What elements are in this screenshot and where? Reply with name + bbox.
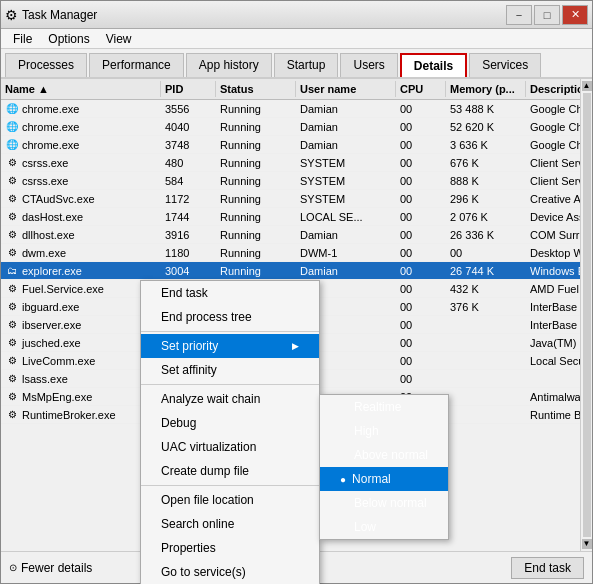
radio-icon xyxy=(340,403,348,411)
process-icon: ⚙ xyxy=(5,282,19,296)
col-name[interactable]: Name ▲ xyxy=(1,81,161,97)
tab-services[interactable]: Services xyxy=(469,53,541,77)
process-icon: 🌐 xyxy=(5,120,19,134)
ctx-go-to-services[interactable]: Go to service(s) xyxy=(141,560,319,584)
process-icon: ⚙ xyxy=(5,192,19,206)
process-icon: 🌐 xyxy=(5,102,19,116)
table-header: Name ▲ PID Status User name CPU Memory (… xyxy=(1,79,580,100)
tab-bar: Processes Performance App history Startu… xyxy=(1,49,592,79)
col-pid[interactable]: PID xyxy=(161,81,216,97)
process-icon: ⚙ xyxy=(5,156,19,170)
ctx-set-priority[interactable]: Set priority Realtime High Above normal … xyxy=(141,334,319,358)
col-desc[interactable]: Description xyxy=(526,81,580,97)
table-row[interactable]: ⚙dasHost.exe1744RunningLOCAL SE...002 07… xyxy=(1,208,580,226)
ctx-create-dump[interactable]: Create dump file xyxy=(141,459,319,483)
process-icon: 🌐 xyxy=(5,138,19,152)
ctx-debug[interactable]: Debug xyxy=(141,411,319,435)
sub-high[interactable]: High xyxy=(320,419,448,443)
col-status[interactable]: Status xyxy=(216,81,296,97)
minimize-button[interactable]: − xyxy=(506,5,532,25)
col-username[interactable]: User name xyxy=(296,81,396,97)
table-row[interactable]: ⚙CTAudSvc.exe1172RunningSYSTEM00296 KCre… xyxy=(1,190,580,208)
chevron-down-icon: ⊙ xyxy=(9,562,17,573)
process-icon: ⚙ xyxy=(5,408,19,422)
sub-below-normal[interactable]: Below normal xyxy=(320,491,448,515)
process-icon: ⚙ xyxy=(5,300,19,314)
ctx-open-location[interactable]: Open file location xyxy=(141,488,319,512)
tab-users[interactable]: Users xyxy=(340,53,397,77)
title-bar: ⚙ Task Manager − □ ✕ xyxy=(1,1,592,29)
table-row-selected[interactable]: 🗂explorer.exe3004RunningDamian0026 744 K… xyxy=(1,262,580,280)
table-row[interactable]: 🌐chrome.exe4040RunningDamian0052 620 KGo… xyxy=(1,118,580,136)
sub-above-normal[interactable]: Above normal xyxy=(320,443,448,467)
radio-icon xyxy=(340,427,348,435)
scroll-up[interactable]: ▲ xyxy=(582,81,592,91)
end-task-button[interactable]: End task xyxy=(511,557,584,579)
menu-bar: File Options View xyxy=(1,29,592,49)
process-icon: ⚙ xyxy=(5,210,19,224)
col-memory[interactable]: Memory (p... xyxy=(446,81,526,97)
context-menu-wrapper: End task End process tree Set priority R… xyxy=(140,280,320,584)
ctx-separator-3 xyxy=(141,485,319,486)
fewer-details-button[interactable]: ⊙ Fewer details xyxy=(9,561,92,575)
tab-details[interactable]: Details xyxy=(400,53,467,77)
menu-file[interactable]: File xyxy=(5,31,40,47)
ctx-uac[interactable]: UAC virtualization xyxy=(141,435,319,459)
process-icon: ⚙ xyxy=(5,372,19,386)
process-icon: 🗂 xyxy=(5,264,19,278)
process-icon: ⚙ xyxy=(5,228,19,242)
process-icon: ⚙ xyxy=(5,174,19,188)
app-icon: ⚙ xyxy=(5,7,18,23)
sub-realtime[interactable]: Realtime xyxy=(320,395,448,419)
ctx-analyze[interactable]: Analyze wait chain xyxy=(141,387,319,411)
ctx-set-affinity[interactable]: Set affinity xyxy=(141,358,319,382)
table-row[interactable]: ⚙dwm.exe1180RunningDWM-10000Desktop Wi..… xyxy=(1,244,580,262)
scroll-thumb[interactable] xyxy=(583,93,591,537)
ctx-separator-2 xyxy=(141,384,319,385)
menu-view[interactable]: View xyxy=(98,31,140,47)
ctx-properties[interactable]: Properties xyxy=(141,536,319,560)
window-title: Task Manager xyxy=(22,8,97,22)
process-icon: ⚙ xyxy=(5,318,19,332)
table-row[interactable]: 🌐chrome.exe3748RunningDamian003 636 KGoo… xyxy=(1,136,580,154)
table-row[interactable]: ⚙csrss.exe584RunningSYSTEM00888 KClient … xyxy=(1,172,580,190)
tab-performance[interactable]: Performance xyxy=(89,53,184,77)
context-menu: End task End process tree Set priority R… xyxy=(140,280,320,584)
sub-low[interactable]: Low xyxy=(320,515,448,539)
tab-processes[interactable]: Processes xyxy=(5,53,87,77)
radio-icon xyxy=(340,523,348,531)
ctx-search-online[interactable]: Search online xyxy=(141,512,319,536)
maximize-button[interactable]: □ xyxy=(534,5,560,25)
scroll-down[interactable]: ▼ xyxy=(582,539,592,549)
tab-startup[interactable]: Startup xyxy=(274,53,339,77)
ctx-end-process-tree[interactable]: End process tree xyxy=(141,305,319,329)
close-button[interactable]: ✕ xyxy=(562,5,588,25)
ctx-separator-1 xyxy=(141,331,319,332)
radio-dot-icon: ● xyxy=(340,474,346,485)
window-controls: − □ ✕ xyxy=(506,5,588,25)
process-icon: ⚙ xyxy=(5,354,19,368)
submenu-priority: Realtime High Above normal ●Normal Below… xyxy=(319,394,449,540)
ctx-end-task[interactable]: End task xyxy=(141,281,319,305)
radio-icon xyxy=(340,451,348,459)
process-icon: ⚙ xyxy=(5,336,19,350)
col-cpu[interactable]: CPU xyxy=(396,81,446,97)
table-row[interactable]: ⚙dllhost.exe3916RunningDamian0026 336 KC… xyxy=(1,226,580,244)
table-row[interactable]: 🌐chrome.exe3556RunningDamian0053 488 KGo… xyxy=(1,100,580,118)
table-row[interactable]: ⚙csrss.exe480RunningSYSTEM00676 KClient … xyxy=(1,154,580,172)
tab-app-history[interactable]: App history xyxy=(186,53,272,77)
menu-options[interactable]: Options xyxy=(40,31,97,47)
process-icon: ⚙ xyxy=(5,246,19,260)
scrollbar[interactable]: ▲ ▼ xyxy=(580,79,592,551)
sub-normal[interactable]: ●Normal xyxy=(320,467,448,491)
process-icon: ⚙ xyxy=(5,390,19,404)
fewer-details-label: Fewer details xyxy=(21,561,92,575)
radio-icon xyxy=(340,499,348,507)
